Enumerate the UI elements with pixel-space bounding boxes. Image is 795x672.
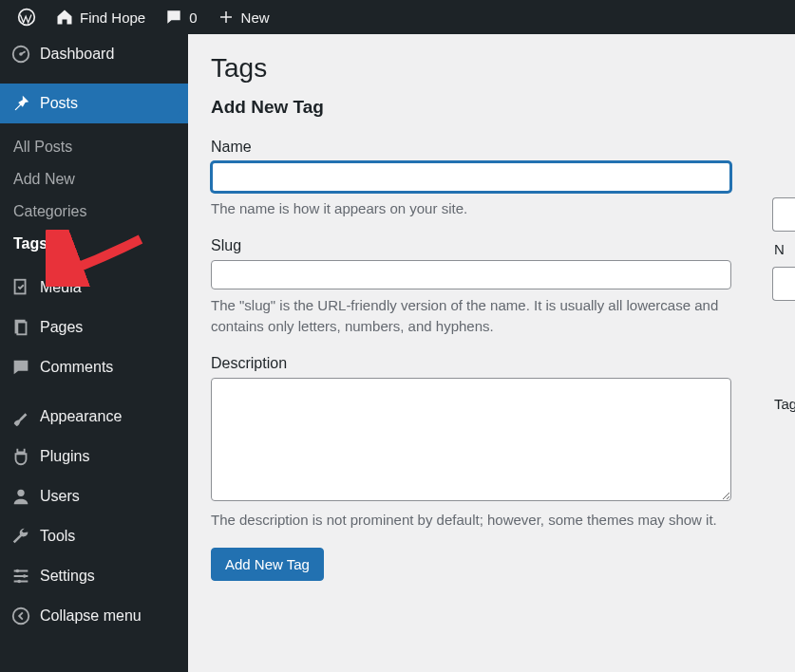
brush-icon bbox=[9, 406, 32, 427]
sidebar-item-appearance[interactable]: Appearance bbox=[0, 397, 188, 437]
name-label: Name bbox=[211, 139, 772, 156]
sidebar-item-label: Comments bbox=[40, 359, 113, 376]
sidebar-item-label: Media bbox=[40, 279, 82, 296]
dashboard-icon bbox=[9, 44, 32, 65]
user-icon bbox=[9, 486, 32, 507]
svg-point-9 bbox=[17, 580, 21, 584]
site-name-label: Find Hope bbox=[80, 9, 145, 26]
sliders-icon bbox=[9, 566, 32, 587]
sidebar-item-plugins[interactable]: Plugins bbox=[0, 437, 188, 476]
wp-logo-button[interactable] bbox=[8, 0, 46, 34]
sidebar-item-label: Dashboard bbox=[40, 46, 114, 63]
svg-point-8 bbox=[23, 574, 27, 578]
description-textarea[interactable] bbox=[211, 378, 731, 501]
right-column-partial: N Tag bbox=[772, 197, 795, 421]
slug-label: Slug bbox=[211, 237, 772, 254]
partial-tag-header: Tag bbox=[772, 396, 795, 412]
admin-bar: Find Hope 0 New bbox=[0, 0, 795, 34]
description-field: Description The description is not promi… bbox=[211, 355, 772, 532]
sidebar-item-users[interactable]: Users bbox=[0, 476, 188, 516]
page-title: Tags bbox=[211, 53, 772, 84]
sidebar-item-pages[interactable]: Pages bbox=[0, 308, 188, 347]
name-input[interactable] bbox=[211, 161, 731, 193]
collapse-icon bbox=[9, 606, 32, 626]
main-content: Tags Add New Tag Name The name is how it… bbox=[188, 34, 795, 672]
comments-button[interactable]: 0 bbox=[155, 0, 206, 34]
wordpress-logo-icon bbox=[17, 8, 36, 27]
media-icon bbox=[9, 277, 32, 298]
svg-point-7 bbox=[16, 569, 20, 573]
sidebar-item-label: Appearance bbox=[40, 408, 122, 425]
slug-help: The "slug" is the URL-friendly version o… bbox=[211, 295, 731, 338]
submenu-item-add-new[interactable]: Add New bbox=[0, 163, 188, 196]
wrench-icon bbox=[9, 526, 32, 547]
comments-icon bbox=[9, 357, 32, 378]
add-new-tag-button[interactable]: Add New Tag bbox=[211, 548, 324, 581]
sidebar-item-dashboard[interactable]: Dashboard bbox=[0, 34, 188, 74]
sidebar-item-label: Settings bbox=[40, 568, 95, 585]
sidebar-item-tools[interactable]: Tools bbox=[0, 516, 188, 556]
description-label: Description bbox=[211, 355, 772, 372]
svg-point-2 bbox=[19, 52, 23, 56]
sidebar-item-label: Tools bbox=[40, 528, 75, 545]
admin-sidebar: Dashboard Posts All Posts Add New Catego… bbox=[0, 34, 188, 672]
pages-icon bbox=[9, 317, 32, 338]
submenu-item-all-posts[interactable]: All Posts bbox=[0, 131, 188, 163]
sidebar-item-label: Pages bbox=[40, 319, 83, 336]
sidebar-item-collapse[interactable]: Collapse menu bbox=[0, 596, 188, 636]
site-name-button[interactable]: Find Hope bbox=[46, 0, 155, 34]
svg-rect-5 bbox=[17, 323, 26, 335]
svg-rect-3 bbox=[15, 280, 26, 294]
sidebar-item-label: Users bbox=[40, 488, 80, 505]
plus-icon bbox=[217, 8, 236, 27]
sidebar-item-comments[interactable]: Comments bbox=[0, 347, 188, 387]
description-help: The description is not prominent by defa… bbox=[211, 510, 731, 532]
sidebar-item-posts[interactable]: Posts bbox=[0, 84, 188, 123]
plug-icon bbox=[9, 446, 32, 467]
submenu-item-categories[interactable]: Categories bbox=[0, 196, 188, 228]
form-title: Add New Tag bbox=[211, 97, 772, 118]
partial-letter: N bbox=[772, 241, 795, 257]
posts-submenu: All Posts Add New Categories Tags bbox=[0, 123, 188, 268]
sidebar-item-label: Posts bbox=[40, 95, 78, 112]
new-content-button[interactable]: New bbox=[207, 0, 279, 34]
slug-input[interactable] bbox=[211, 260, 731, 289]
sidebar-item-label: Plugins bbox=[40, 448, 89, 465]
svg-point-6 bbox=[17, 490, 24, 496]
submenu-item-tags[interactable]: Tags bbox=[0, 228, 188, 260]
home-icon bbox=[55, 8, 74, 27]
search-box-partial[interactable] bbox=[772, 197, 795, 232]
pin-icon bbox=[9, 93, 32, 114]
new-label: New bbox=[241, 9, 270, 26]
bulk-action-partial[interactable] bbox=[772, 267, 795, 301]
sidebar-item-settings[interactable]: Settings bbox=[0, 556, 188, 596]
comments-count: 0 bbox=[189, 9, 197, 26]
sidebar-item-media[interactable]: Media bbox=[0, 268, 188, 308]
name-help: The name is how it appears on your site. bbox=[211, 198, 731, 220]
name-field: Name The name is how it appears on your … bbox=[211, 139, 772, 220]
comment-icon bbox=[164, 8, 183, 27]
slug-field: Slug The "slug" is the URL-friendly vers… bbox=[211, 237, 772, 338]
svg-point-10 bbox=[13, 608, 29, 625]
sidebar-item-label: Collapse menu bbox=[40, 607, 142, 625]
